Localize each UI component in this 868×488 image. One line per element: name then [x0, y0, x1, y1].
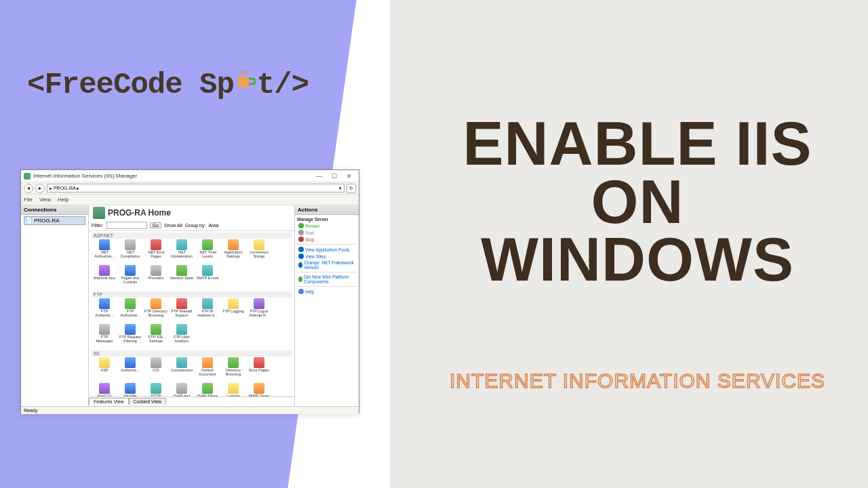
- feature-icon[interactable]: SMTP E-mail: [195, 264, 220, 290]
- feature-icon[interactable]: FTP SSL Settings: [143, 323, 169, 349]
- back-button[interactable]: ◄: [24, 184, 33, 193]
- feature-icon[interactable]: .NET Trust Levels: [195, 239, 220, 264]
- feature-icon[interactable]: FTP Authentic...: [92, 298, 117, 323]
- action-link[interactable]: View Sites: [297, 253, 357, 260]
- feature-icon[interactable]: FTP Firewall Support: [169, 298, 195, 323]
- feature-icon[interactable]: FastCGI Settings: [92, 382, 117, 396]
- filter-input[interactable]: [106, 222, 147, 229]
- minimize-button[interactable]: —: [313, 171, 326, 181]
- actions-panel: Actions Manage ServerRestartStartStopVie…: [294, 205, 359, 406]
- feature-icon-glyph: [202, 239, 213, 250]
- feature-icon[interactable]: FTP IP Address a...: [195, 298, 220, 323]
- feature-icon-label: Compression: [171, 369, 193, 373]
- feature-icon-label: .NET Compilation: [118, 251, 142, 258]
- feature-icon-glyph: [254, 383, 264, 394]
- feature-icon[interactable]: Compression: [169, 357, 195, 382]
- feature-icon[interactable]: FTP Logon Attempt R...: [246, 298, 272, 323]
- action-link[interactable]: View Application Pools: [297, 246, 357, 253]
- feature-icon[interactable]: Error Pages: [246, 357, 272, 382]
- action-link[interactable]: Help: [297, 288, 357, 295]
- feature-icon-glyph: [151, 324, 161, 335]
- feature-icon[interactable]: Session State: [169, 264, 195, 290]
- go-button[interactable]: Go: [150, 222, 161, 228]
- feature-icon[interactable]: Pages and Controls: [117, 264, 143, 290]
- feature-icon[interactable]: Connection Strings: [246, 239, 272, 264]
- feature-icon-glyph: [202, 357, 213, 368]
- feature-icon[interactable]: HTTP Respon...: [143, 382, 169, 396]
- feature-icon[interactable]: Authentic...: [117, 357, 143, 382]
- feature-icon-glyph: [202, 265, 213, 276]
- feature-icon[interactable]: .NET Authorizat...: [92, 239, 117, 264]
- window-controls: — ☐ ✕: [313, 171, 356, 181]
- menu-view[interactable]: View: [39, 197, 51, 203]
- app-icon: [24, 173, 31, 180]
- feature-icon-label: FTP Directory Browsing: [144, 310, 168, 317]
- feature-icon-glyph: [151, 265, 161, 276]
- feature-icon[interactable]: FTP Messages: [92, 323, 117, 349]
- feature-icon[interactable]: FTP User Isolation: [169, 323, 195, 349]
- group-by-select[interactable]: Area: [208, 223, 218, 228]
- feature-icon[interactable]: FTP Request Filtering: [117, 323, 143, 349]
- action-link[interactable]: Restart: [297, 222, 357, 229]
- feature-icon-glyph: [125, 357, 136, 368]
- feature-icon[interactable]: Logging: [220, 382, 246, 396]
- menu-help[interactable]: Help: [58, 197, 68, 203]
- action-link[interactable]: Start: [297, 229, 357, 236]
- feature-icon[interactable]: ASP: [92, 357, 117, 382]
- feature-icon[interactable]: FTP Authorizat...: [117, 298, 143, 323]
- feature-icon-label: Providers: [148, 277, 163, 281]
- feature-icon[interactable]: Machine Key: [92, 264, 117, 290]
- headline: ENABLE IIS ON WINDOWS: [427, 115, 848, 289]
- feature-icon-glyph: [125, 324, 136, 335]
- feature-icon[interactable]: .NET Globalization: [169, 239, 195, 264]
- feature-icon[interactable]: ISAPI and CGI Restr...: [169, 382, 195, 396]
- feature-icon-glyph: [176, 383, 187, 394]
- action-link[interactable]: Change .NET Framework Version: [297, 260, 357, 270]
- feature-icon[interactable]: FTP Logging: [220, 298, 246, 323]
- feature-icon-label: Error Pages: [249, 369, 269, 373]
- section-label: FTP: [92, 291, 292, 298]
- tree-node[interactable]: 📄 PROG-RA: [24, 216, 85, 225]
- feature-icon[interactable]: Application Settings: [220, 239, 246, 264]
- feature-icon-glyph: [176, 298, 187, 309]
- feature-icon-label: ASP: [100, 369, 108, 373]
- feature-icon[interactable]: Default Document: [195, 357, 220, 382]
- subtitle: INTERNET INFORMATION SERVICES: [427, 369, 848, 392]
- maximize-button[interactable]: ☐: [328, 171, 341, 181]
- feature-icon[interactable]: CGI: [143, 357, 169, 382]
- feature-icon-label: SMTP E-mail: [197, 277, 218, 281]
- feature-icon[interactable]: .NET Compilation: [117, 239, 143, 264]
- section-label: IIS: [92, 350, 292, 357]
- feature-icon[interactable]: FTP Directory Browsing: [143, 298, 169, 323]
- feature-icon[interactable]: Handler Mappings: [117, 382, 143, 396]
- forward-button[interactable]: ►: [35, 184, 45, 193]
- feature-icon[interactable]: .NET Error Pages: [143, 239, 169, 264]
- feature-icon[interactable]: ISAPI Filters: [195, 382, 220, 396]
- feature-icon-glyph: [254, 357, 264, 368]
- iis-manager-window: Internet Information Services (IIS) Mana…: [20, 169, 359, 413]
- window-titlebar[interactable]: Internet Information Services (IIS) Mana…: [21, 170, 359, 182]
- tab-features-view[interactable]: Features View: [89, 398, 129, 405]
- feature-icon-label: FTP Messages: [92, 336, 117, 343]
- close-button[interactable]: ✕: [342, 171, 356, 181]
- feature-icon-label: Session State: [170, 277, 193, 281]
- actions-header: Actions: [295, 205, 359, 215]
- show-all-link[interactable]: Show All: [164, 223, 182, 228]
- feature-icon[interactable]: Providers: [143, 264, 169, 290]
- feature-icon-glyph: [99, 239, 110, 250]
- feature-icon[interactable]: MIME Types: [246, 382, 272, 396]
- feature-icon-glyph: [228, 357, 239, 368]
- address-field[interactable]: ▸ PROG-RA ▸▾: [47, 184, 344, 192]
- refresh-button[interactable]: ↻: [347, 184, 356, 193]
- action-link[interactable]: Stop: [297, 236, 357, 243]
- feature-icon[interactable]: Directory Browsing: [220, 357, 246, 382]
- feature-icon-glyph: [99, 298, 110, 309]
- menu-file[interactable]: File: [24, 197, 33, 203]
- connections-header: Connections: [21, 205, 88, 215]
- feature-icon-glyph: [228, 298, 239, 309]
- feature-icon-label: FTP Authorizat...: [118, 310, 142, 317]
- feature-icon-glyph: [125, 383, 136, 394]
- action-link[interactable]: Get New Web Platform Components: [297, 274, 357, 285]
- status-bar: Ready: [21, 406, 359, 414]
- tab-content-view[interactable]: Content View: [129, 398, 167, 405]
